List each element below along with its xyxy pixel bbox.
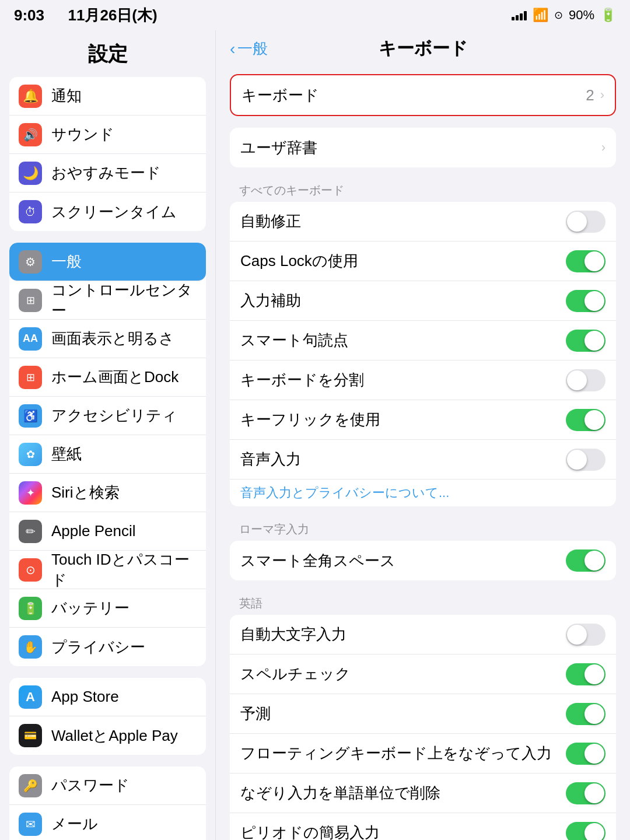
touchid-icon: ⊙ xyxy=(19,558,42,582)
userdic-chevron-icon: › xyxy=(601,140,606,155)
toggle-smartpunctuation[interactable] xyxy=(566,330,606,352)
sidebar-item-wallpaper-label: 壁紙 xyxy=(51,444,82,464)
row-keyflick[interactable]: キーフリックを使用 xyxy=(230,400,616,440)
general-icon: ⚙ xyxy=(19,250,42,274)
battery-sidebar-icon: 🔋 xyxy=(19,597,42,620)
sidebar-item-battery-label: バッテリー xyxy=(51,598,130,618)
back-button[interactable]: ‹ 一般 xyxy=(230,38,268,59)
sidebar-item-controlcenter[interactable]: ⊞ コントロールセンター xyxy=(9,281,206,320)
sidebar-item-privacy[interactable]: ✋ プライバシー xyxy=(9,628,206,666)
sidebar-item-wallet-label: WalletとApple Pay xyxy=(51,726,178,746)
toggle-keyflick-knob xyxy=(584,410,604,430)
sidebar-item-mail[interactable]: ✉ メール xyxy=(9,805,206,840)
sidebar-group-2: ⚙ 一般 ⊞ コントロールセンター AA 画面表示と明るさ ⊞ ホーム画面とDo… xyxy=(9,243,206,666)
toggle-inputassist[interactable] xyxy=(566,290,606,312)
romaji-header: ローマ字入力 xyxy=(230,518,616,541)
sidebar-group-3: A App Store 💳 WalletとApple Pay xyxy=(9,678,206,755)
wifi-icon: 📶 xyxy=(533,8,548,23)
toggle-smartfullwidth[interactable] xyxy=(566,550,606,572)
sidebar-item-siri[interactable]: ✦ Siriと検索 xyxy=(9,474,206,512)
toggle-autocorrect[interactable] xyxy=(566,211,606,233)
controlcenter-icon: ⊞ xyxy=(19,289,42,312)
display-icon: AA xyxy=(19,327,42,351)
toggle-splitekeyboard[interactable] xyxy=(566,369,606,391)
sidebar-item-accessibility[interactable]: ♿ アクセシビリティ xyxy=(9,397,206,435)
notifications-icon: 🔔 xyxy=(19,85,42,108)
row-autocorrect[interactable]: 自動修正 xyxy=(230,202,616,242)
status-time: 9:03 xyxy=(14,6,44,24)
sidebar-item-touchid[interactable]: ⊙ Touch IDとパスコード xyxy=(9,551,206,589)
sidebar-item-battery[interactable]: 🔋 バッテリー xyxy=(9,589,206,628)
sidebar-item-display[interactable]: AA 画面表示と明るさ xyxy=(9,320,206,358)
sidebar-item-privacy-label: プライバシー xyxy=(51,637,145,657)
row-smartfullwidth[interactable]: スマート全角スペース xyxy=(230,541,616,580)
romaji-group: スマート全角スペース xyxy=(230,541,616,580)
row-smartpunctuation[interactable]: スマート句読点 xyxy=(230,321,616,360)
row-autocorrect-label: 自動修正 xyxy=(240,211,301,232)
toggle-voiceinput[interactable] xyxy=(566,449,606,471)
sidebar-title: 設定 xyxy=(0,30,215,77)
sidebar-item-screentime[interactable]: ⏱ スクリーンタイム xyxy=(9,192,206,231)
sidebar-item-password[interactable]: 🔑 パスワード xyxy=(9,766,206,805)
sidebar-item-home[interactable]: ⊞ ホーム画面とDock xyxy=(9,358,206,397)
toggle-spellcheck[interactable] xyxy=(566,663,606,685)
sidebar-item-notifications[interactable]: 🔔 通知 xyxy=(9,77,206,116)
sidebar-item-display-label: 画面表示と明るさ xyxy=(51,328,174,349)
toggle-splitekeyboard-knob xyxy=(567,370,587,390)
sidebar-group-1: 🔔 通知 🔊 サウンド 🌙 おやすみモード ⏱ スクリーンタイム xyxy=(9,77,206,231)
toggle-keyflick[interactable] xyxy=(566,409,606,431)
row-autocap-label: 自動大文字入力 xyxy=(240,624,346,645)
row-predictive[interactable]: 予測 xyxy=(230,694,616,734)
toggle-predictive[interactable] xyxy=(566,703,606,725)
donotdisturb-icon: 🌙 xyxy=(19,162,42,185)
row-splitekeyboard[interactable]: キーボードを分割 xyxy=(230,360,616,400)
back-button-label[interactable]: 一般 xyxy=(237,38,268,59)
row-userdic-right: › xyxy=(601,140,606,155)
applepencil-icon: ✏ xyxy=(19,520,42,543)
row-voiceinput[interactable]: 音声入力 xyxy=(230,440,616,480)
accessibility-icon: ♿ xyxy=(19,404,42,428)
row-autocap[interactable]: 自動大文字入力 xyxy=(230,615,616,654)
all-keyboards-section: すべてのキーボード 自動修正 Caps Lockの使用 xyxy=(230,179,616,506)
main-layout: 設定 🔔 通知 🔊 サウンド 🌙 おやすみモード ⏱ スクリーンタイム xyxy=(0,30,630,840)
sidebar-item-screentime-label: スクリーンタイム xyxy=(51,202,177,222)
voice-privacy-link[interactable]: 音声入力とプライバシーについて... xyxy=(230,480,616,506)
row-splitekeyboard-label: キーボードを分割 xyxy=(240,370,364,390)
status-bar: 9:03 11月26日(木) 📶 ⊙ 90% 🔋 xyxy=(0,0,630,30)
toggle-periodshortcut-knob xyxy=(584,823,604,841)
right-panel-title: キーボード xyxy=(379,37,468,61)
sidebar-item-notifications-label: 通知 xyxy=(51,86,82,106)
sidebar-item-sounds[interactable]: 🔊 サウンド xyxy=(9,116,206,154)
row-keyboards[interactable]: キーボード 2 › xyxy=(231,75,615,115)
row-periodshortcut[interactable]: ピリオドの簡易入力 xyxy=(230,813,616,840)
toggle-periodshortcut[interactable] xyxy=(566,822,606,841)
row-capslock[interactable]: Caps Lockの使用 xyxy=(230,242,616,281)
location-icon: ⊙ xyxy=(554,9,563,22)
sidebar-item-wallet[interactable]: 💳 WalletとApple Pay xyxy=(9,716,206,755)
signal-icon xyxy=(512,10,527,20)
wallpaper-icon: ✿ xyxy=(19,443,42,466)
password-icon: 🔑 xyxy=(19,774,42,797)
row-floatingkeyboard[interactable]: フローティングキーボード上をなぞって入力 xyxy=(230,734,616,774)
row-predictive-label: 予測 xyxy=(240,704,271,724)
toggle-capslock[interactable] xyxy=(566,250,606,272)
userdic-group: ユーザ辞書 › xyxy=(230,128,616,167)
sidebar-item-appstore[interactable]: A App Store xyxy=(9,678,206,716)
row-swipedelete[interactable]: なぞり入力を単語単位で削除 xyxy=(230,774,616,813)
sidebar-item-donotdisturb[interactable]: 🌙 おやすみモード xyxy=(9,154,206,192)
status-time-date: 9:03 11月26日(木) xyxy=(14,5,158,26)
toggle-autocap[interactable] xyxy=(566,624,606,646)
toggle-voiceinput-knob xyxy=(567,450,587,470)
toggle-smartfullwidth-knob xyxy=(584,551,604,570)
toggle-floatingkeyboard[interactable] xyxy=(566,743,606,765)
row-spellcheck[interactable]: スペルチェック xyxy=(230,654,616,694)
right-header: ‹ 一般 キーボード xyxy=(216,30,630,65)
sidebar-item-general[interactable]: ⚙ 一般 xyxy=(9,243,206,281)
toggle-swipedelete[interactable] xyxy=(566,782,606,804)
toggle-autocap-knob xyxy=(567,625,587,645)
row-userdic[interactable]: ユーザ辞書 › xyxy=(230,128,616,167)
sidebar-item-applepencil[interactable]: ✏ Apple Pencil xyxy=(9,512,206,551)
english-header: 英語 xyxy=(230,592,616,615)
sidebar-item-wallpaper[interactable]: ✿ 壁紙 xyxy=(9,435,206,474)
row-inputassist[interactable]: 入力補助 xyxy=(230,281,616,321)
